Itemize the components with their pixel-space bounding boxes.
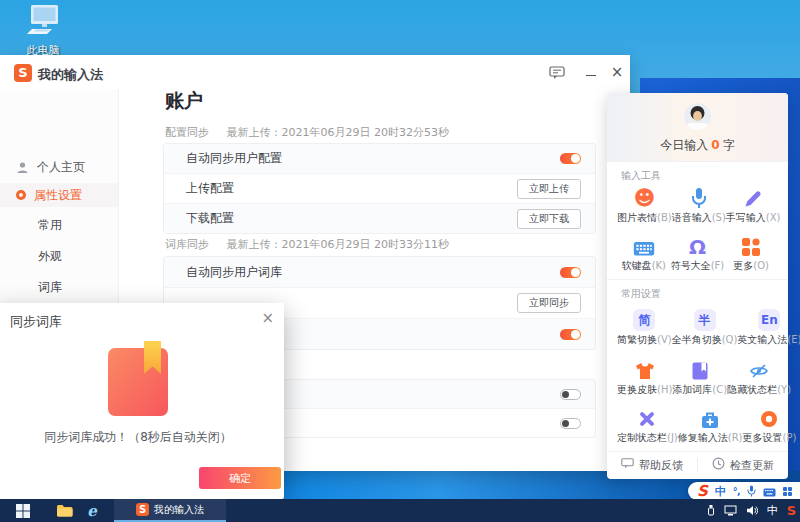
tool-soft-keyboard[interactable]: 软键盘(K) xyxy=(617,231,671,273)
setting-more-settings[interactable]: 更多设置(P) xyxy=(743,403,797,445)
tools-grid-row-1: ☻ 图片表情(B) 语音输入(S) xyxy=(617,183,778,225)
minimize-button[interactable] xyxy=(582,65,600,81)
avatar[interactable] xyxy=(684,103,711,134)
omega-icon: Ω xyxy=(671,231,725,257)
ok-button[interactable]: 确定 xyxy=(199,467,281,489)
extra-toggle-1[interactable] xyxy=(560,389,581,400)
person-icon xyxy=(16,161,29,174)
book-icon xyxy=(672,355,727,381)
keyboard-icon xyxy=(617,231,671,257)
taskbar-active-app[interactable]: S 我的输入法 xyxy=(114,499,226,522)
soft-keyboard-icon[interactable] xyxy=(763,482,776,501)
download-now-button[interactable]: 立即下载 xyxy=(517,209,581,229)
settings-grid-row-3: 定制状态栏(J) 修复输入法(R) xyxy=(617,403,778,445)
auto-sync-dict-toggle[interactable] xyxy=(560,267,581,278)
computer-icon xyxy=(23,23,63,42)
settings-row: 自动同步用户配置 xyxy=(164,144,595,173)
sync-now-button[interactable]: 立即同步 xyxy=(517,293,581,313)
tshirt-icon xyxy=(617,355,672,381)
setting-full-half-width[interactable]: 半 全半角切换(Q) xyxy=(672,305,738,347)
start-button[interactable] xyxy=(6,499,40,522)
sidebar-item-label: 个人主页 xyxy=(37,159,85,176)
settings-row: 下载配置 立即下载 xyxy=(164,203,595,233)
sogou-logo-icon[interactable]: S xyxy=(697,483,708,499)
config-sync-meta: 配置同步 最新上传：2021年06月29日 20时32分53秒 xyxy=(165,125,449,140)
window-title: 我的输入法 xyxy=(38,66,103,84)
system-tray: 中 S xyxy=(707,499,796,522)
toolbox-grid-icon[interactable] xyxy=(783,487,792,496)
sidebar-item-appearance[interactable]: 外观 xyxy=(0,244,156,268)
setting-repair-ime[interactable]: 修复输入法(R) xyxy=(678,403,743,445)
app-logo: S xyxy=(14,64,32,82)
input-language-indicator[interactable]: 中 xyxy=(767,503,778,518)
update-icon xyxy=(712,457,725,473)
last-upload-time: 最新上传：2021年06月29日 20时33分11秒 xyxy=(227,238,449,251)
auto-sync-config-toggle[interactable] xyxy=(560,153,581,164)
mic-icon[interactable] xyxy=(747,482,756,501)
dialog-close-icon[interactable]: × xyxy=(261,309,274,327)
last-upload-time: 最新上传：2021年06月29日 20时32分53秒 xyxy=(227,126,449,139)
setting-hide-statusbar[interactable]: 隐藏状态栏(Y) xyxy=(727,355,791,397)
en-badge-icon: En xyxy=(758,309,780,331)
setting-change-skin[interactable]: 更换皮肤(H) xyxy=(617,355,672,397)
sidebar-item-properties[interactable]: 属性设置 xyxy=(0,183,118,207)
check-update-button[interactable]: 检查更新 xyxy=(698,457,788,473)
feedback-icon[interactable] xyxy=(548,65,566,81)
ime-toolbox-panel: 今日输入0字 输入工具 ☻ 图片表情(B) 语音输入(S) xyxy=(607,93,788,479)
sync-dictionary-dialog: 同步词库 × 同步词库成功！（8秒后自动关闭） 确定 xyxy=(0,303,284,499)
chinese-mode-icon[interactable]: 中 xyxy=(715,484,726,499)
settings-row: 上传配置 立即上传 xyxy=(164,173,595,203)
tool-more[interactable]: 更多(O) xyxy=(724,231,778,273)
chat-bubble-icon xyxy=(621,458,634,472)
sogou-logo-icon: S xyxy=(136,503,149,516)
dict-sync-toggle[interactable] xyxy=(560,329,581,340)
tool-voice-input[interactable]: 语音输入(S) xyxy=(672,183,726,225)
gear-dot-icon xyxy=(16,190,26,200)
settings-section-header: 常用设置 xyxy=(621,287,661,301)
dialog-title: 同步词库 xyxy=(10,313,62,331)
ban-badge-icon: 半 xyxy=(694,309,716,331)
dialog-message: 同步词库成功！（8秒后自动关闭） xyxy=(0,429,284,446)
gear-icon xyxy=(743,403,797,429)
eye-off-icon xyxy=(727,355,791,381)
smiley-icon: ☻ xyxy=(617,183,672,209)
sidebar-item-dictionary[interactable]: 词库 xyxy=(0,275,156,299)
close-button[interactable]: × xyxy=(608,65,626,81)
ime-status-bar: S 中 °‚ xyxy=(688,482,800,500)
tool-handwriting[interactable]: 手写输入(X) xyxy=(726,183,781,225)
panel-divider xyxy=(607,279,788,280)
sidebar-item-common[interactable]: 常用 xyxy=(0,213,156,237)
help-feedback-button[interactable]: 帮助反馈 xyxy=(607,458,697,473)
settings-grid-row-2: 更换皮肤(H) 添加词库(C) xyxy=(617,355,778,397)
sidebar-item-home[interactable]: 个人主页 xyxy=(0,155,118,179)
upload-now-button[interactable]: 立即上传 xyxy=(517,179,581,199)
setting-add-dictionary[interactable]: 添加词库(C) xyxy=(672,355,727,397)
setting-english-ime[interactable]: En 英文输入法(E) xyxy=(737,305,800,347)
sogou-tray-icon[interactable]: S xyxy=(787,503,796,518)
count-value: 0 xyxy=(711,138,719,152)
section-label: 词库同步 xyxy=(165,238,209,251)
taskbar: e S 我的输入法 xyxy=(0,499,800,522)
tool-symbols[interactable]: Ω 符号大全(F) xyxy=(671,231,725,273)
tools-grid-row-2: 软键盘(K) Ω 符号大全(F) 更多(O) xyxy=(617,231,778,273)
today-input-count: 今日输入0字 xyxy=(607,137,788,154)
desktop: 此电脑 S 我的输入法 × 个人主页 xyxy=(0,0,800,522)
tools-section-header: 输入工具 xyxy=(621,169,661,183)
usb-icon[interactable] xyxy=(707,501,715,520)
setting-customize-statusbar[interactable]: 定制状态栏(J) xyxy=(617,403,678,445)
setting-simplified-traditional[interactable]: 简 简繁切换(V) xyxy=(617,305,672,347)
punctuation-icon[interactable]: °‚ xyxy=(733,486,740,497)
desktop-icon-this-pc[interactable]: 此电脑 xyxy=(12,4,74,58)
dictionary-book-icon xyxy=(108,341,168,421)
speaker-icon[interactable] xyxy=(746,501,758,520)
tools-icon xyxy=(617,403,678,429)
sidebar-item-label: 属性设置 xyxy=(34,187,82,204)
network-icon[interactable] xyxy=(724,501,737,520)
tool-picture-emoji[interactable]: ☻ 图片表情(B) xyxy=(617,183,672,225)
settings-row: 自动同步用户词库 xyxy=(164,257,595,287)
file-explorer-icon[interactable] xyxy=(50,499,78,522)
internet-explorer-icon[interactable]: e xyxy=(78,499,106,522)
extra-toggle-2[interactable] xyxy=(560,418,581,429)
settings-grid-row-1: 简 简繁切换(V) 半 全半角切换(Q) En 英文输入法(E) xyxy=(617,305,778,347)
jian-badge-icon: 简 xyxy=(633,309,655,331)
